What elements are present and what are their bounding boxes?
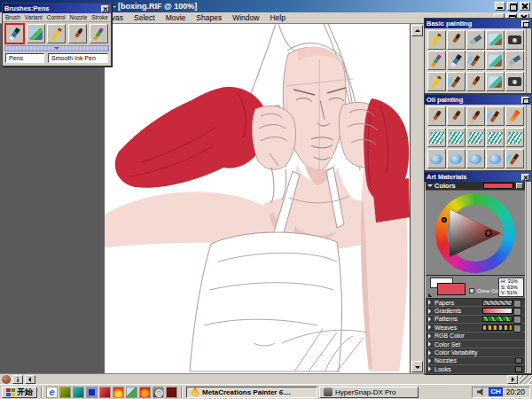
canvas[interactable] [105,24,410,373]
canvas-vertical-scrollbar[interactable] [410,24,424,373]
camera-app-icon[interactable] [153,387,164,398]
oil-brush-cell[interactable] [466,149,485,168]
oil-brush-cell[interactable] [486,106,505,126]
section-patterns[interactable]: Patterns [426,316,525,324]
oil-brush-cell[interactable] [505,149,524,168]
brush-crayon-icon[interactable] [90,24,108,43]
info-button[interactable] [12,375,23,384]
maroon-app-icon[interactable] [166,387,177,398]
oil-brush-cell[interactable] [466,128,485,147]
tab-variant[interactable]: Variant [25,14,43,20]
brush-pen-icon[interactable] [5,24,24,43]
painter-task-icon [191,387,200,396]
basic-brush-cell[interactable] [447,72,466,91]
art-materials-scrollbar[interactable] [526,182,531,373]
basic-brush-cell[interactable] [466,51,485,70]
clock[interactable]: 20:20 [506,387,525,396]
basic-brush-cell[interactable] [505,30,524,50]
tab-control[interactable]: Control [47,14,66,20]
minimize-button[interactable] [495,2,505,11]
basic-brush-cell[interactable] [447,51,466,70]
red-app-icon[interactable] [99,387,111,398]
brush-brush-icon[interactable] [68,24,87,43]
hue-selector-icon[interactable] [442,217,447,223]
tab-stroke[interactable]: Stroke [91,14,108,20]
oil-brush-cell[interactable] [427,149,446,168]
brushes-close-icon[interactable] [101,5,109,12]
oil-brush-cell[interactable] [447,128,466,147]
back-color-swatch[interactable] [437,283,466,295]
oil-brush-cell[interactable] [447,106,466,126]
language-indicator[interactable]: CH [489,387,503,396]
tv-app-icon[interactable] [86,387,98,398]
oil-brush-cell[interactable] [427,128,446,147]
basic-brush-cell[interactable] [486,51,505,70]
teal-app-icon[interactable] [73,387,84,398]
menu-help[interactable]: Help [264,13,290,22]
section-rgb-color[interactable]: RGB Color [426,332,525,340]
art-materials-close-icon[interactable] [521,174,529,181]
flame-app-icon[interactable] [113,387,124,398]
clone-color-checkbox[interactable] [469,288,474,293]
oil-brush-cell[interactable] [505,106,524,126]
section-color-variability[interactable]: Color Variability [426,348,525,356]
start-button[interactable]: 开始 [2,387,37,398]
basic-brush-cell[interactable] [427,51,446,70]
basic-brush-cell[interactable] [505,51,524,70]
ie-icon[interactable] [46,387,58,398]
basic-brush-cell[interactable] [427,30,446,50]
close-button[interactable] [520,2,530,11]
oil-painting-scrollbar[interactable] [526,105,531,170]
menu-shapes[interactable]: Shapes [191,13,227,22]
basic-brush-cell[interactable] [466,72,485,91]
hue-ring[interactable] [435,193,515,273]
scroll-left-icon[interactable] [25,375,35,384]
task-painter[interactable]: MetaCreations Painter 6.... [186,387,317,398]
basic-brush-cell[interactable] [486,72,505,91]
task-hypersnap[interactable]: HyperSnap-DX Pro [319,387,419,398]
basic-painting-scrollbar[interactable] [526,28,531,93]
sv-triangle[interactable] [446,204,505,262]
oil-brush-cell[interactable] [447,149,466,168]
oil-brush-cell[interactable] [466,106,485,126]
basic-brush-cell[interactable] [486,30,505,50]
basic-painting-collapse-icon[interactable] [521,20,529,27]
painter-flame-icon[interactable] [139,387,151,398]
scroll-right-icon[interactable] [507,375,518,384]
section-papers[interactable]: Papers [426,299,525,307]
canvas-horizontal-scrollbar[interactable] [0,373,532,384]
section-nozzles[interactable]: Nozzles [426,357,525,365]
menu-movie[interactable]: Movie [160,13,192,22]
oil-painting-collapse-icon[interactable] [521,97,529,104]
colors-section-header[interactable]: Colors [426,182,525,191]
oil-brush-cell[interactable] [427,106,446,126]
oil-brush-cell[interactable] [486,149,505,168]
photo-app-icon[interactable] [126,387,137,398]
colors-header-box[interactable] [516,183,523,189]
basic-brush-cell[interactable] [466,30,485,50]
tab-brush[interactable]: Brush [5,14,20,20]
volume-icon[interactable] [477,388,485,396]
basic-brush-cell[interactable] [427,72,446,91]
section-looks[interactable]: Looks [426,365,525,373]
brush-variant-field[interactable]: Smooth Ink Pen [48,53,108,63]
swap-colors-icon[interactable] [428,293,434,297]
menu-select[interactable]: Select [129,13,160,22]
section-color-set[interactable]: Color Set [426,340,525,348]
scroll-up-icon[interactable] [411,25,423,36]
oil-brush-cell[interactable] [505,128,524,147]
brush-pencil-icon[interactable] [47,24,66,43]
brush-category-field[interactable]: Pens [5,53,44,63]
basic-brush-cell[interactable] [505,72,524,91]
tab-nozzle[interactable]: Nozzle [70,14,88,20]
section-weaves[interactable]: Weaves [426,324,525,332]
green-app-icon[interactable] [59,387,71,398]
brush-drawer-handle[interactable] [4,45,109,51]
scroll-down-icon[interactable] [411,361,423,372]
section-gradients[interactable]: Gradients [426,307,525,315]
brush-wash-icon[interactable] [27,24,45,43]
menu-window[interactable]: Window [227,13,264,22]
oil-brush-cell[interactable] [486,128,505,147]
restore-button[interactable] [507,2,518,11]
basic-brush-cell[interactable] [447,30,466,50]
